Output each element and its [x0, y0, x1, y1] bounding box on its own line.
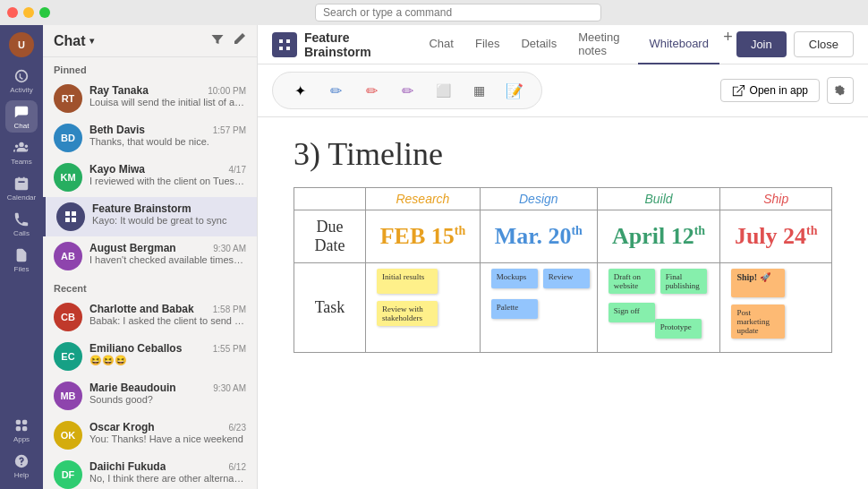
chat-preview: 😆😆😆 [89, 355, 246, 366]
chat-time: 6/12 [229, 462, 246, 472]
chat-name: Kayo Miwa [89, 163, 145, 176]
sidebar-item-apps[interactable]: Apps [5, 414, 38, 446]
svg-rect-1 [72, 211, 76, 216]
list-item[interactable]: CB Charlotte and Babak 1:58 PM Babak: I … [43, 297, 257, 337]
search-input[interactable] [315, 4, 601, 21]
avatar [56, 202, 85, 231]
svg-rect-3 [72, 218, 76, 222]
chevron-down-icon[interactable]: ▾ [89, 36, 94, 46]
add-tab-button[interactable]: + [719, 25, 736, 50]
filter-icon[interactable] [210, 32, 225, 49]
whiteboard-canvas[interactable]: 3) Timeline Research Design Build Ship [258, 117, 868, 489]
tab-details[interactable]: Details [510, 25, 567, 64]
chat-info: Feature Brainstorm Kayo: It would be gre… [92, 202, 246, 226]
chat-preview: No, I think there are other alternatives… [89, 473, 246, 484]
chat-info: Beth Davis 1:57 PM Thanks, that would be… [89, 124, 246, 147]
avatar[interactable]: U [9, 32, 34, 57]
due-date-design: Mar. 20th [480, 210, 597, 263]
list-item[interactable]: KM Kayo Miwa 4/17 I reviewed with the cl… [43, 158, 257, 197]
tab-bar: Feature Brainstorm Chat Files Details Me… [258, 25, 868, 64]
main-content: Feature Brainstorm Chat Files Details Me… [258, 25, 868, 489]
svg-rect-0 [65, 211, 70, 216]
sidebar-item-help[interactable]: Help [5, 450, 38, 482]
settings-button[interactable] [827, 77, 854, 104]
minimize-window-button[interactable] [23, 7, 34, 18]
tab-whiteboard[interactable]: Whiteboard [638, 25, 719, 64]
due-date-label: DueDate [302, 218, 358, 255]
tabs-container: Chat Files Details Meeting notes Whitebo… [418, 25, 736, 64]
task-label: Task [302, 298, 358, 317]
gear-icon [834, 84, 847, 97]
tab-meeting-notes[interactable]: Meeting notes [567, 25, 638, 64]
chat-time: 1:55 PM [213, 344, 246, 354]
apps-label: Apps [13, 435, 30, 443]
date-jul: July 24th [735, 223, 818, 249]
due-date-build: April 12th [597, 210, 720, 263]
chat-name: Beth Davis [89, 124, 145, 136]
chat-name: Feature Brainstorm [92, 202, 191, 215]
chat-name: Marie Beaudouin [89, 382, 176, 394]
avatar: EC [54, 342, 82, 371]
list-item[interactable]: OK Oscar Krogh 6/23 You: Thanks! Have a … [43, 416, 257, 455]
sidebar-item-calendar[interactable]: Calendar [5, 172, 38, 204]
svg-rect-7 [286, 47, 290, 50]
svg-rect-6 [279, 47, 283, 50]
pencil-red-tool[interactable]: ✏ [359, 78, 384, 103]
sidebar-item-files[interactable]: Files [5, 244, 38, 276]
chat-info: Ray Tanaka 10:00 PM Louisa will send the… [89, 84, 246, 107]
sticky-sign-off: Sign off [608, 303, 655, 322]
compose-icon[interactable] [232, 32, 246, 49]
external-link-icon [732, 84, 745, 97]
pencil-purple-tool[interactable]: ✏ [395, 78, 420, 103]
col-research: Research [366, 188, 481, 210]
eraser-tool[interactable]: ⬜ [430, 78, 455, 103]
date-feb: FEB 15th [380, 223, 466, 249]
chat-time: 9:30 AM [213, 244, 246, 253]
task-ship: Ship! 🚀 Post marketing update [720, 263, 832, 353]
sticky-mockups: Mockups [491, 269, 538, 288]
sidebar-item-chat[interactable]: Chat [5, 100, 38, 133]
nav-bottom: Apps Help [5, 414, 38, 482]
whiteboard-toolbar: ✦ ✏ ✏ ✏ ⬜ ▦ 📝 [272, 72, 542, 109]
pencil-blue-tool[interactable]: ✏ [323, 78, 348, 103]
close-window-button[interactable] [7, 7, 18, 18]
sticky-draft-website: Draft on website [608, 269, 655, 294]
close-button[interactable]: Close [794, 31, 854, 57]
open-in-app-button[interactable]: Open in app [720, 79, 820, 102]
svg-rect-5 [286, 39, 290, 43]
list-item[interactable]: RT Ray Tanaka 10:00 PM Louisa will send … [43, 79, 257, 118]
chat-preview: Babak: I asked the client to send her fe… [89, 315, 246, 326]
sticky-review: Review [543, 269, 590, 288]
list-item-active[interactable]: Feature Brainstorm Kayo: It would be gre… [43, 197, 257, 236]
list-item[interactable]: EC Emiliano Ceballos 1:55 PM 😆😆😆 [43, 337, 257, 376]
whiteboard-toolbar-container: ✦ ✏ ✏ ✏ ⬜ ▦ 📝 Open in app [258, 64, 868, 117]
chat-info: August Bergman 9:30 AM I haven't checked… [89, 242, 246, 265]
cursor-tool[interactable]: ✦ [287, 78, 312, 103]
titlebar-search-container [315, 4, 601, 21]
join-button[interactable]: Join [736, 31, 787, 57]
avatar: BD [54, 124, 82, 152]
chat-preview: Thanks, that would be nice. [89, 136, 246, 147]
list-item[interactable]: AB August Bergman 9:30 AM I haven't chec… [43, 236, 257, 276]
chat-info: Marie Beaudouin 9:30 AM Sounds good? [89, 382, 246, 405]
table-tool[interactable]: ▦ [466, 78, 491, 103]
maximize-window-button[interactable] [39, 7, 50, 18]
sidebar-item-teams[interactable]: Teams [5, 136, 38, 168]
chat-name: Charlotte and Babak [89, 303, 194, 315]
list-item[interactable]: DF Daiichi Fukuda 6/12 No, I think there… [43, 455, 257, 489]
task-build: Draft on website Final publishing Sign o… [597, 263, 720, 353]
sidebar-item-activity[interactable]: Activity [5, 64, 38, 97]
tab-files[interactable]: Files [464, 25, 510, 64]
tab-actions: Join Close [736, 31, 854, 57]
chat-preview: You: Thanks! Have a nice weekend [89, 433, 246, 444]
recent-section-label: Recent [43, 276, 257, 297]
chat-list: Pinned RT Ray Tanaka 10:00 PM Louisa wil… [43, 57, 257, 489]
chat-info: Emiliano Ceballos 1:55 PM 😆😆😆 [89, 342, 246, 366]
list-item[interactable]: MB Marie Beaudouin 9:30 AM Sounds good? [43, 376, 257, 416]
sticky-note-tool[interactable]: 📝 [502, 78, 527, 103]
chat-name: Emiliano Ceballos [89, 342, 182, 355]
tab-chat[interactable]: Chat [418, 25, 464, 64]
list-item[interactable]: BD Beth Davis 1:57 PM Thanks, that would… [43, 118, 257, 158]
chat-preview: Kayo: It would be great to sync [92, 215, 246, 226]
sidebar-item-calls[interactable]: Calls [5, 208, 38, 240]
